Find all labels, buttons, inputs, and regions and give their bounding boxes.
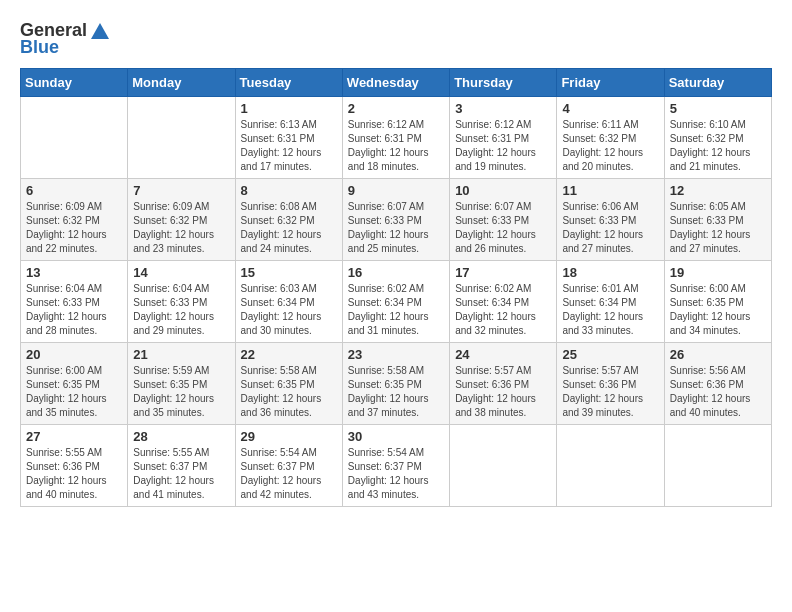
day-info: Sunrise: 6:03 AMSunset: 6:34 PMDaylight:…	[241, 282, 337, 338]
day-info: Sunrise: 5:55 AMSunset: 6:37 PMDaylight:…	[133, 446, 229, 502]
calendar-day-cell: 10Sunrise: 6:07 AMSunset: 6:33 PMDayligh…	[450, 179, 557, 261]
day-info: Sunrise: 5:55 AMSunset: 6:36 PMDaylight:…	[26, 446, 122, 502]
calendar-week-row: 20Sunrise: 6:00 AMSunset: 6:35 PMDayligh…	[21, 343, 772, 425]
day-info: Sunrise: 5:54 AMSunset: 6:37 PMDaylight:…	[241, 446, 337, 502]
day-info: Sunrise: 5:54 AMSunset: 6:37 PMDaylight:…	[348, 446, 444, 502]
header: General Blue	[20, 20, 772, 58]
calendar-day-cell: 20Sunrise: 6:00 AMSunset: 6:35 PMDayligh…	[21, 343, 128, 425]
day-info: Sunrise: 6:00 AMSunset: 6:35 PMDaylight:…	[670, 282, 766, 338]
day-info: Sunrise: 5:59 AMSunset: 6:35 PMDaylight:…	[133, 364, 229, 420]
weekday-header: Sunday	[21, 69, 128, 97]
day-info: Sunrise: 6:01 AMSunset: 6:34 PMDaylight:…	[562, 282, 658, 338]
weekday-header: Monday	[128, 69, 235, 97]
day-number: 27	[26, 429, 122, 444]
day-info: Sunrise: 5:58 AMSunset: 6:35 PMDaylight:…	[348, 364, 444, 420]
calendar-day-cell	[664, 425, 771, 507]
day-number: 2	[348, 101, 444, 116]
calendar-day-cell	[450, 425, 557, 507]
day-number: 21	[133, 347, 229, 362]
calendar-day-cell: 7Sunrise: 6:09 AMSunset: 6:32 PMDaylight…	[128, 179, 235, 261]
day-info: Sunrise: 6:02 AMSunset: 6:34 PMDaylight:…	[348, 282, 444, 338]
calendar-day-cell: 30Sunrise: 5:54 AMSunset: 6:37 PMDayligh…	[342, 425, 449, 507]
day-number: 9	[348, 183, 444, 198]
calendar-table: SundayMondayTuesdayWednesdayThursdayFrid…	[20, 68, 772, 507]
calendar-day-cell: 4Sunrise: 6:11 AMSunset: 6:32 PMDaylight…	[557, 97, 664, 179]
day-number: 4	[562, 101, 658, 116]
calendar-day-cell: 17Sunrise: 6:02 AMSunset: 6:34 PMDayligh…	[450, 261, 557, 343]
day-number: 18	[562, 265, 658, 280]
calendar-week-row: 1Sunrise: 6:13 AMSunset: 6:31 PMDaylight…	[21, 97, 772, 179]
calendar-day-cell: 15Sunrise: 6:03 AMSunset: 6:34 PMDayligh…	[235, 261, 342, 343]
day-number: 24	[455, 347, 551, 362]
day-number: 15	[241, 265, 337, 280]
calendar-week-row: 27Sunrise: 5:55 AMSunset: 6:36 PMDayligh…	[21, 425, 772, 507]
calendar-day-cell: 21Sunrise: 5:59 AMSunset: 6:35 PMDayligh…	[128, 343, 235, 425]
calendar-day-cell: 29Sunrise: 5:54 AMSunset: 6:37 PMDayligh…	[235, 425, 342, 507]
weekday-header: Saturday	[664, 69, 771, 97]
day-info: Sunrise: 6:11 AMSunset: 6:32 PMDaylight:…	[562, 118, 658, 174]
calendar-day-cell: 1Sunrise: 6:13 AMSunset: 6:31 PMDaylight…	[235, 97, 342, 179]
day-info: Sunrise: 6:02 AMSunset: 6:34 PMDaylight:…	[455, 282, 551, 338]
day-number: 10	[455, 183, 551, 198]
calendar-day-cell: 8Sunrise: 6:08 AMSunset: 6:32 PMDaylight…	[235, 179, 342, 261]
day-number: 12	[670, 183, 766, 198]
calendar-day-cell: 24Sunrise: 5:57 AMSunset: 6:36 PMDayligh…	[450, 343, 557, 425]
day-info: Sunrise: 5:57 AMSunset: 6:36 PMDaylight:…	[455, 364, 551, 420]
logo: General Blue	[20, 20, 111, 58]
calendar-day-cell: 2Sunrise: 6:12 AMSunset: 6:31 PMDaylight…	[342, 97, 449, 179]
calendar-day-cell: 11Sunrise: 6:06 AMSunset: 6:33 PMDayligh…	[557, 179, 664, 261]
day-number: 17	[455, 265, 551, 280]
day-info: Sunrise: 6:00 AMSunset: 6:35 PMDaylight:…	[26, 364, 122, 420]
weekday-header: Friday	[557, 69, 664, 97]
calendar-day-cell: 12Sunrise: 6:05 AMSunset: 6:33 PMDayligh…	[664, 179, 771, 261]
day-info: Sunrise: 6:07 AMSunset: 6:33 PMDaylight:…	[455, 200, 551, 256]
day-info: Sunrise: 6:06 AMSunset: 6:33 PMDaylight:…	[562, 200, 658, 256]
logo-triangle-icon	[89, 21, 111, 41]
day-info: Sunrise: 6:09 AMSunset: 6:32 PMDaylight:…	[26, 200, 122, 256]
day-number: 14	[133, 265, 229, 280]
day-info: Sunrise: 6:12 AMSunset: 6:31 PMDaylight:…	[348, 118, 444, 174]
day-number: 20	[26, 347, 122, 362]
day-number: 19	[670, 265, 766, 280]
day-number: 23	[348, 347, 444, 362]
calendar-day-cell: 28Sunrise: 5:55 AMSunset: 6:37 PMDayligh…	[128, 425, 235, 507]
day-info: Sunrise: 6:05 AMSunset: 6:33 PMDaylight:…	[670, 200, 766, 256]
calendar-day-cell: 13Sunrise: 6:04 AMSunset: 6:33 PMDayligh…	[21, 261, 128, 343]
day-info: Sunrise: 6:08 AMSunset: 6:32 PMDaylight:…	[241, 200, 337, 256]
calendar-day-cell: 6Sunrise: 6:09 AMSunset: 6:32 PMDaylight…	[21, 179, 128, 261]
weekday-header: Tuesday	[235, 69, 342, 97]
calendar-day-cell: 23Sunrise: 5:58 AMSunset: 6:35 PMDayligh…	[342, 343, 449, 425]
calendar-day-cell	[128, 97, 235, 179]
calendar-header-row: SundayMondayTuesdayWednesdayThursdayFrid…	[21, 69, 772, 97]
day-number: 3	[455, 101, 551, 116]
calendar-day-cell: 25Sunrise: 5:57 AMSunset: 6:36 PMDayligh…	[557, 343, 664, 425]
calendar-day-cell: 16Sunrise: 6:02 AMSunset: 6:34 PMDayligh…	[342, 261, 449, 343]
logo-blue-text: Blue	[20, 37, 59, 58]
calendar-day-cell: 3Sunrise: 6:12 AMSunset: 6:31 PMDaylight…	[450, 97, 557, 179]
calendar-day-cell: 5Sunrise: 6:10 AMSunset: 6:32 PMDaylight…	[664, 97, 771, 179]
calendar-day-cell: 22Sunrise: 5:58 AMSunset: 6:35 PMDayligh…	[235, 343, 342, 425]
day-number: 22	[241, 347, 337, 362]
svg-marker-0	[91, 23, 109, 39]
calendar-day-cell: 19Sunrise: 6:00 AMSunset: 6:35 PMDayligh…	[664, 261, 771, 343]
calendar-day-cell: 18Sunrise: 6:01 AMSunset: 6:34 PMDayligh…	[557, 261, 664, 343]
day-info: Sunrise: 6:09 AMSunset: 6:32 PMDaylight:…	[133, 200, 229, 256]
day-number: 30	[348, 429, 444, 444]
day-number: 6	[26, 183, 122, 198]
calendar-week-row: 13Sunrise: 6:04 AMSunset: 6:33 PMDayligh…	[21, 261, 772, 343]
day-info: Sunrise: 6:04 AMSunset: 6:33 PMDaylight:…	[26, 282, 122, 338]
day-info: Sunrise: 6:10 AMSunset: 6:32 PMDaylight:…	[670, 118, 766, 174]
weekday-header: Wednesday	[342, 69, 449, 97]
day-info: Sunrise: 5:56 AMSunset: 6:36 PMDaylight:…	[670, 364, 766, 420]
day-info: Sunrise: 6:07 AMSunset: 6:33 PMDaylight:…	[348, 200, 444, 256]
day-number: 16	[348, 265, 444, 280]
day-number: 1	[241, 101, 337, 116]
weekday-header: Thursday	[450, 69, 557, 97]
calendar-day-cell	[557, 425, 664, 507]
day-info: Sunrise: 6:13 AMSunset: 6:31 PMDaylight:…	[241, 118, 337, 174]
calendar-week-row: 6Sunrise: 6:09 AMSunset: 6:32 PMDaylight…	[21, 179, 772, 261]
day-number: 7	[133, 183, 229, 198]
day-number: 29	[241, 429, 337, 444]
calendar-day-cell	[21, 97, 128, 179]
calendar-day-cell: 26Sunrise: 5:56 AMSunset: 6:36 PMDayligh…	[664, 343, 771, 425]
